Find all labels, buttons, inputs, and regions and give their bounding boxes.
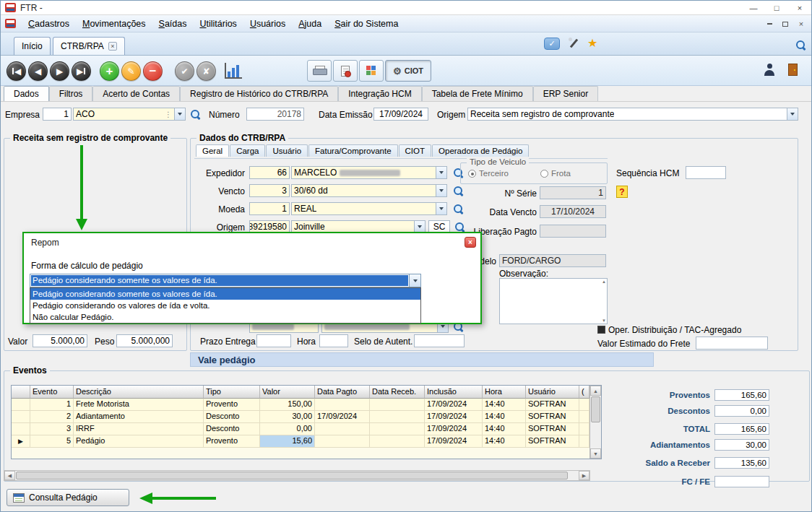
user-button[interactable] [764, 64, 776, 78]
maximize-button[interactable]: □ [765, 1, 788, 14]
mdi-restore-button[interactable] [779, 18, 791, 30]
cell-extra[interactable] [579, 435, 589, 448]
grid-col-header-extra[interactable]: ( [579, 386, 589, 399]
menu-item-sair-do-sistema[interactable]: Sair do Sistema [328, 15, 405, 32]
cell-usuario[interactable]: SOFTRAN [526, 411, 579, 423]
scroll-thumb[interactable] [16, 472, 568, 480]
origem-search-icon[interactable] [454, 222, 465, 233]
main-tab-dados[interactable]: Dados [4, 86, 49, 101]
cell-evento[interactable]: 1 [30, 399, 74, 411]
main-tab-acerto-de-contas[interactable]: Acerto de Contas [92, 86, 180, 101]
cell-inclusao[interactable]: 17/09/2024 [425, 411, 483, 423]
nav-last-button[interactable]: ▶ [72, 61, 91, 81]
chevron-down-icon[interactable] [409, 274, 420, 287]
cell-descricao[interactable]: IRRF [74, 423, 204, 435]
confirm-button[interactable]: ✔ [175, 61, 194, 81]
moeda-name-combo[interactable]: REAL [291, 202, 447, 215]
scroll-up-icon[interactable]: ▲ [590, 386, 601, 396]
wand-icon[interactable] [567, 37, 580, 50]
grid-vertical-scrollbar[interactable]: ▲ ▼ [589, 386, 601, 459]
pedagio-calc-combobox[interactable]: Pedágio considerando somente os valores … [30, 274, 421, 287]
vencto-name-combo[interactable]: 30/60 dd [291, 184, 447, 197]
print-button[interactable] [307, 60, 332, 82]
close-button[interactable]: × [788, 1, 811, 14]
grid-col-header-usuario[interactable]: Usuário [526, 386, 579, 399]
cell-usuario[interactable]: SOFTRAN [526, 399, 579, 411]
cell-evento[interactable]: 3 [30, 423, 74, 435]
ctrb-tab-usuario[interactable]: Usuário [266, 144, 308, 157]
cell-tipo[interactable]: Provento [204, 435, 260, 448]
eventos-row[interactable]: ▶5PedágioProvento15,6017/09/202414:40SOF… [12, 435, 601, 448]
vencto-search-icon[interactable] [453, 186, 464, 196]
grid-col-header-data_pagto[interactable]: Data Pagto [315, 386, 370, 399]
grid-horizontal-scrollbar[interactable]: ◀ ▶ [4, 470, 590, 481]
grid-col-header-hora[interactable]: Hora [483, 386, 526, 399]
ciot-button[interactable]: ⚙ CIOT [385, 60, 431, 82]
pedagio-option-3[interactable]: Não calcular Pedágio. [30, 311, 420, 323]
menu-item-movimentacoes[interactable]: Movimentações [76, 15, 152, 32]
document-button[interactable] [333, 60, 358, 82]
cell-extra[interactable] [579, 411, 589, 423]
cell-valor[interactable]: 0,00 [260, 423, 315, 435]
tab-ctrb-rpa[interactable]: CTRB/RPA × [53, 37, 125, 55]
mdi-minimize-button[interactable] [764, 18, 775, 30]
search-icon[interactable] [795, 40, 806, 51]
eventos-row[interactable]: 1Frete MotoristaProvento150,0017/09/2024… [12, 399, 601, 411]
sequencia-hcm-field[interactable] [686, 166, 726, 179]
chevron-down-icon[interactable] [787, 108, 798, 120]
scroll-down-icon[interactable]: ▼ [590, 448, 601, 459]
cell-valor[interactable]: 30,00 [260, 411, 315, 423]
cell-hora[interactable]: 14:40 [483, 411, 526, 423]
cell-inclusao[interactable]: 17/09/2024 [425, 435, 483, 448]
cell-data_pagto[interactable] [315, 399, 370, 411]
valor-field[interactable]: 5.000,00 [33, 334, 87, 347]
cell-inclusao[interactable]: 17/09/2024 [425, 399, 483, 411]
main-tab-registro-de-historico-do-ctrb-rpa[interactable]: Registro de Histórico do CTRB/RPA [180, 86, 338, 101]
cell-evento[interactable]: 5 [30, 435, 74, 448]
cell-data_pagto[interactable] [315, 423, 370, 435]
repom-close-icon[interactable]: × [465, 237, 476, 248]
add-button[interactable]: + [100, 61, 119, 81]
chevron-down-icon[interactable] [436, 203, 446, 214]
moeda-code-field[interactable]: 1 [249, 202, 290, 215]
grid-col-header-descricao[interactable]: Descrição [74, 386, 204, 399]
scroll-thumb[interactable] [591, 396, 600, 422]
cell-data_receb[interactable] [370, 423, 425, 435]
edit-button[interactable]: ✎ [121, 61, 141, 81]
selo-autent-field[interactable] [414, 334, 465, 347]
cell-tipo[interactable]: Provento [204, 399, 260, 411]
help-icon[interactable]: ? [616, 186, 628, 198]
cell-valor[interactable]: 15,60 [260, 435, 315, 448]
pedagio-option-2[interactable]: Pedágio considerando os valores de ída e… [30, 300, 420, 311]
prazo-entrega-field[interactable] [256, 334, 291, 347]
minimize-button[interactable]: — [742, 1, 765, 14]
cell-hora[interactable]: 14:40 [483, 435, 526, 448]
tab-close-icon[interactable]: × [108, 42, 117, 51]
mdi-close-button[interactable]: × [795, 18, 807, 30]
pedagio-option-1[interactable]: Pedágio considerando somente os valores … [30, 288, 420, 300]
menu-item-ajuda[interactable]: Ajuda [292, 15, 328, 32]
cell-data_receb[interactable] [370, 411, 425, 423]
cell-extra[interactable] [579, 399, 589, 411]
chevron-down-icon[interactable] [436, 185, 446, 196]
cell-descricao[interactable]: Pedágio [74, 435, 204, 448]
chevron-down-icon[interactable] [436, 167, 446, 178]
radio-terceiro[interactable] [468, 170, 476, 178]
ctrb-tab-carga[interactable]: Carga [230, 144, 265, 157]
ctrb-tab-geral[interactable]: Geral [196, 144, 229, 157]
scroll-up-icon[interactable]: ▲ [602, 279, 606, 284]
data-emissao-field[interactable]: 17/09/2024 [373, 108, 428, 121]
radio-frota[interactable] [540, 170, 548, 178]
cell-usuario[interactable]: SOFTRAN [526, 435, 579, 448]
cell-tipo[interactable]: Desconto [204, 423, 260, 435]
cell-data_pagto[interactable]: 17/09/2024 [315, 411, 370, 423]
ctrb-tab-operadora-de-pedagio[interactable]: Operadora de Pedágio [432, 144, 529, 157]
grid-col-header-data_receb[interactable]: Data Receb. [370, 386, 425, 399]
observacao-textarea[interactable]: ▲ ▼ [499, 278, 608, 324]
hora-field[interactable] [319, 334, 348, 347]
exit-button[interactable] [788, 64, 798, 78]
nav-prev-button[interactable]: ◀ [28, 61, 48, 81]
empresa-search-icon[interactable] [190, 109, 201, 120]
grid-col-header-inclusao[interactable]: Inclusão [425, 386, 483, 399]
tab-inicio[interactable]: Início [14, 37, 51, 55]
